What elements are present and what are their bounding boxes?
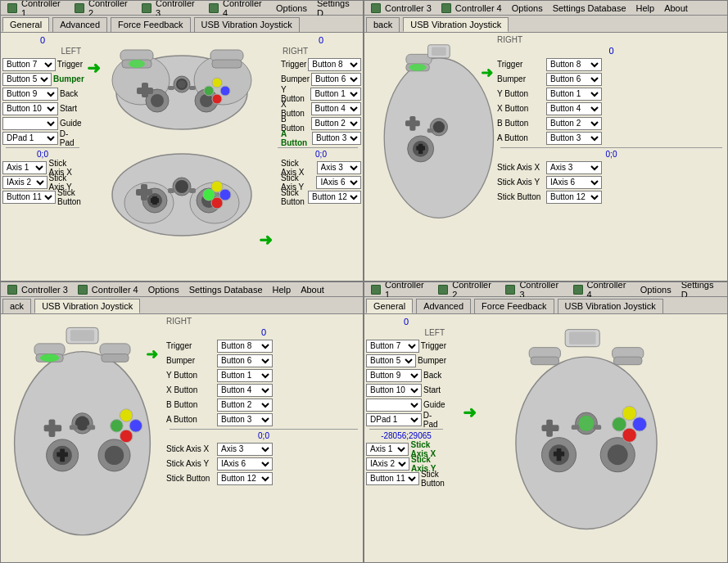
menu-settingsdb-bl[interactable]: Settings Database xyxy=(184,284,268,295)
tr-sel-bumper[interactable]: Button 6 xyxy=(546,73,602,86)
br-left-f2: Button 9 Back xyxy=(366,368,446,382)
br-left-sel-back[interactable]: Button 9 xyxy=(366,369,422,382)
menu-options[interactable]: Options xyxy=(271,2,312,14)
bl-sel-sbtn[interactable]: Button 12 xyxy=(217,472,273,485)
tr-sel-b[interactable]: Button 2 xyxy=(546,117,602,130)
controller-svg-br xyxy=(496,317,676,546)
left-label-dpad: D-Pad xyxy=(58,129,83,147)
tab-usb-tl[interactable]: USB Vibration Joystick xyxy=(194,17,300,32)
menu-about-tr[interactable]: About xyxy=(659,2,693,14)
menu-c3-bl[interactable]: Controller 3 xyxy=(2,284,73,295)
bl-sel-x[interactable]: Button 4 xyxy=(217,384,273,397)
bl-sel-b[interactable]: Button 2 xyxy=(217,399,273,412)
br-left-sel-sbtn[interactable]: Button 11 xyxy=(366,472,419,485)
menu-options-tr[interactable]: Options xyxy=(507,2,548,14)
bl-sel-trigger[interactable]: Button 8 xyxy=(217,340,273,353)
tab-general-tl[interactable]: General xyxy=(2,17,49,32)
br-left-sel-bumper[interactable]: Button 5 xyxy=(366,354,416,367)
right-select-a[interactable]: Button 3 xyxy=(312,132,361,145)
right-axis-counter-tl: 0;0 xyxy=(281,150,361,159)
c3-icon-br xyxy=(505,285,515,295)
menu-about-bl[interactable]: About xyxy=(296,284,329,295)
tab-general-br[interactable]: General xyxy=(366,299,413,313)
right-select-trigger[interactable]: Button 8 xyxy=(308,58,361,71)
menu-c3-tr[interactable]: Controller 3 xyxy=(366,2,436,14)
br-left-sel-guide[interactable] xyxy=(366,399,422,412)
tr-sel-saxis-y[interactable]: IAxis 6 xyxy=(546,176,602,189)
tab-advanced-tl[interactable]: Advanced xyxy=(52,17,107,32)
menu-settingsdb-tr[interactable]: Settings Database xyxy=(548,2,631,14)
svg-rect-13 xyxy=(137,88,153,94)
tr-sel-sbtn[interactable]: Button 12 xyxy=(546,191,602,204)
left-field-2: Button 9 Back xyxy=(2,87,83,101)
bl-axis-counter: 0;0 xyxy=(166,431,361,440)
menu-c4-bl[interactable]: Controller 4 xyxy=(73,284,143,295)
left-select-trigger[interactable]: Button 7 xyxy=(2,58,56,71)
controller4-icon xyxy=(209,3,219,13)
tab-back-bl[interactable]: ack xyxy=(2,299,31,313)
br-left-sel-saxis-x[interactable]: Axis 1 xyxy=(366,443,409,456)
menu-options-bl[interactable]: Options xyxy=(143,284,184,295)
menu-options-br[interactable]: Options xyxy=(635,284,676,295)
right-select-bumper[interactable]: Button 6 xyxy=(311,73,361,86)
bl-sel-saxis-y[interactable]: IAxis 6 xyxy=(217,457,273,471)
bl-right-f0: Trigger Button 8 xyxy=(166,339,361,353)
tab-ff-br[interactable]: Force Feedback xyxy=(474,299,554,313)
br-left-axis-1: IAxis 2 Stick Axis Y xyxy=(366,457,446,471)
c4-icon-br xyxy=(573,285,583,295)
br-left-sel-start[interactable]: Button 10 xyxy=(366,384,422,397)
menu-help-bl[interactable]: Help xyxy=(268,284,296,295)
right-select-saxis-x[interactable]: Axis 3 xyxy=(317,161,361,174)
content-tabs-br: General Advanced Force Feedback USB Vibr… xyxy=(364,297,727,314)
c4-icon-tr xyxy=(441,3,451,13)
br-left-sel-trigger[interactable]: Button 7 xyxy=(366,340,419,353)
br-left-sel-dpad[interactable]: DPad 1 xyxy=(366,413,422,426)
tab-usb-bl[interactable]: USB Vibration Joystick xyxy=(34,299,140,313)
left-select-sbtn[interactable]: Button 11 xyxy=(2,191,56,204)
left-select-bumper[interactable]: Button 5 xyxy=(2,73,52,86)
left-select-dpad[interactable]: DPad 1 xyxy=(2,132,58,145)
svg-rect-87 xyxy=(531,357,558,365)
svg-rect-84 xyxy=(568,332,595,345)
tab-ff-tl[interactable]: Force Feedback xyxy=(111,17,190,32)
svg-point-71 xyxy=(105,446,124,465)
tr-sel-saxis-x[interactable]: Axis 3 xyxy=(546,161,602,174)
tr-right-f2: Y Button Button 1 xyxy=(497,87,726,101)
left-select-saxis-y[interactable]: IAxis 2 xyxy=(2,176,47,189)
bl-sel-a[interactable]: Button 3 xyxy=(217,413,273,426)
tab-advanced-br[interactable]: Advanced xyxy=(416,299,471,313)
tr-sel-a[interactable]: Button 3 xyxy=(546,132,602,145)
left-field-5: DPad 1 D-Pad xyxy=(2,131,83,145)
tr-sel-x[interactable]: Button 4 xyxy=(546,102,602,115)
left-select-start[interactable]: Button 10 xyxy=(2,102,58,115)
controller2-icon xyxy=(75,3,84,13)
right-field-5: A Button Button 3 xyxy=(281,131,361,145)
tab-back-tr[interactable]: back xyxy=(366,17,400,32)
br-left-sel-saxis-y[interactable]: IAxis 2 xyxy=(366,457,409,471)
svg-rect-6 xyxy=(212,60,242,68)
right-select-y[interactable]: Button 1 xyxy=(310,88,361,101)
bl-sel-saxis-x[interactable]: Axis 3 xyxy=(217,443,273,456)
svg-point-11 xyxy=(200,94,213,107)
left-select-back[interactable]: Button 9 xyxy=(2,88,58,101)
guide-arrow-br: ➜ xyxy=(463,403,477,422)
tr-lbl-a: A Button xyxy=(497,133,546,142)
right-select-x[interactable]: Button 4 xyxy=(311,102,361,115)
bl-sel-y[interactable]: Button 1 xyxy=(217,369,273,382)
tr-sel-trigger[interactable]: Button 8 xyxy=(546,58,602,71)
left-counter-tl: 0 xyxy=(2,35,83,45)
tr-controller-img: ➜ xyxy=(366,35,497,278)
bl-sel-bumper[interactable]: Button 6 xyxy=(217,354,273,367)
tab-usb-br[interactable]: USB Vibration Joystick xyxy=(558,299,663,313)
tr-sel-y[interactable]: Button 1 xyxy=(546,88,602,101)
br-left-lbl-sbtn: Stick Button xyxy=(419,470,446,488)
left-select-guide[interactable] xyxy=(2,117,58,130)
menu-c4-tr[interactable]: Controller 4 xyxy=(436,2,507,14)
right-select-saxis-y[interactable]: IAxis 6 xyxy=(316,176,361,189)
right-select-b[interactable]: Button 2 xyxy=(311,117,361,130)
br-left-lbl-back: Back xyxy=(422,371,441,380)
menu-help-tr[interactable]: Help xyxy=(631,2,660,14)
right-select-sbtn[interactable]: Button 12 xyxy=(308,191,361,204)
left-select-saxis-x[interactable]: Axis 1 xyxy=(2,161,47,174)
tab-usb-tr[interactable]: USB Vibration Joystick xyxy=(403,17,509,32)
